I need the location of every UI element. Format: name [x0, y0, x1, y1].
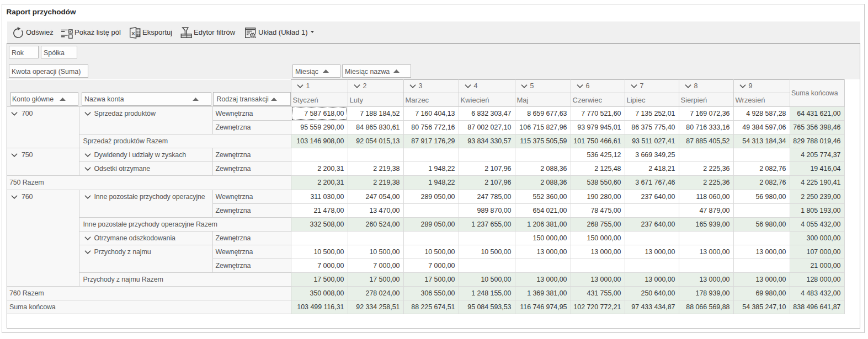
- svg-text:X: X: [131, 30, 135, 36]
